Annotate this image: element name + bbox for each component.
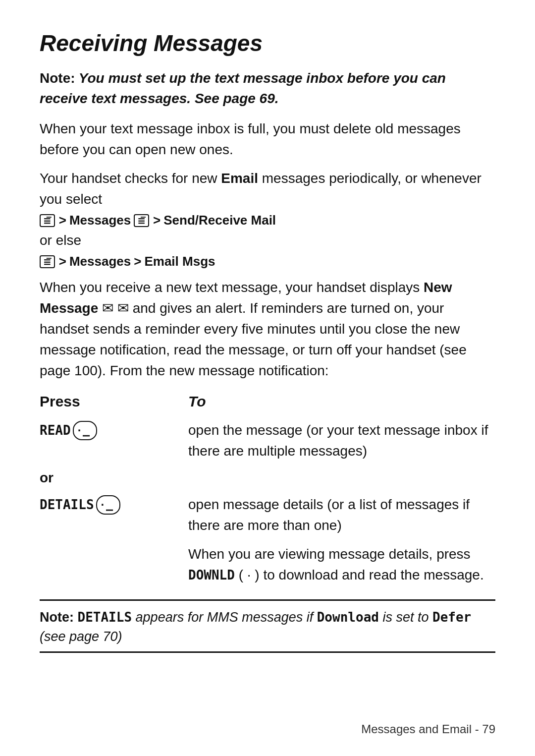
to-downld-part2: ( · ) to download and read the message. [235, 567, 484, 582]
para2-part1: Your handset checks for new [40, 171, 221, 186]
para1: When your text message inbox is full, yo… [40, 118, 495, 160]
read-label: READ [40, 421, 71, 440]
menu2-arrow2: > [134, 254, 141, 269]
menu2-submenu: Email Msgs [144, 254, 215, 269]
note-text: You must set up the text message inbox b… [40, 70, 446, 106]
table-row-read: READ ⎯ open the message (or your text me… [40, 416, 495, 465]
note-label: Note: [40, 70, 75, 86]
table-header-press: Press [40, 393, 188, 416]
menu1-icon: ≡̅ [40, 214, 55, 227]
press-details: DETAILS ⎯ [40, 490, 188, 540]
to-details: open message details (or a list of messa… [188, 490, 495, 540]
bottom-note-code3: Defer [432, 610, 471, 625]
menu1-line: ≡̅ > Messages ≡̅ > Send/Receive Mail [40, 213, 495, 228]
page-footer: Messages and Email - 79 [361, 722, 495, 736]
menu1-arrow: > [59, 213, 66, 228]
para3: When you receive a new text message, you… [40, 277, 495, 381]
menu1-submenu: Send/Receive Mail [163, 213, 276, 228]
downld-code: DOWNLD [188, 568, 235, 582]
details-label: DETAILS [40, 495, 94, 515]
to-downld-part1: When you are viewing message details, pr… [188, 546, 471, 562]
menu2-line: ≡̅ > Messages > Email Msgs [40, 254, 495, 269]
menu2-icon: ≡̅ [40, 255, 55, 268]
details-key-btn: ⎯ [96, 495, 121, 515]
menu2-arrow: > [59, 254, 66, 269]
para3-part2: ✉ ✉ and gives an alert. If reminders are… [40, 300, 467, 378]
press-to-table: Press To READ ⎯ open the message (or you… [40, 393, 495, 589]
table-row-downld: When you are viewing message details, pr… [40, 540, 495, 589]
note-top: Note: You must set up the text message i… [40, 68, 495, 109]
press-read: READ ⎯ [40, 416, 188, 465]
page-title: Receiving Messages [40, 30, 495, 57]
read-key-btn: ⎯ [73, 421, 98, 440]
bottom-note-text2: is set to [379, 610, 432, 625]
menu1-icon2: ≡̅ [134, 214, 149, 227]
to-read: open the message (or your text message i… [188, 416, 495, 465]
bottom-note: Note: DETAILS appears for MMS messages i… [40, 599, 495, 653]
bottom-note-text3: (see page 70) [40, 629, 122, 644]
or-else: or else [40, 230, 495, 251]
table-row-details: DETAILS ⎯ open message details (or a lis… [40, 490, 495, 540]
menu2-label: Messages [69, 254, 131, 269]
para3-part1: When you receive a new text message, you… [40, 280, 424, 295]
bottom-note-text1: appears for MMS messages if [132, 610, 317, 625]
menu1-label: Messages [69, 213, 131, 228]
page-content: Receiving Messages Note: You must set up… [0, 0, 535, 683]
para2: Your handset checks for new Email messag… [40, 168, 495, 210]
bottom-note-code2: Download [317, 610, 379, 625]
menu1-arrow2: > [153, 213, 160, 228]
press-or: or [40, 465, 188, 490]
to-downld: When you are viewing message details, pr… [188, 540, 495, 589]
table-header-to: To [188, 393, 495, 416]
bottom-note-label: Note: [40, 610, 78, 625]
table-row-or: or [40, 465, 495, 490]
bottom-note-code1: DETAILS [78, 610, 132, 625]
para2-email: Email [221, 171, 258, 186]
